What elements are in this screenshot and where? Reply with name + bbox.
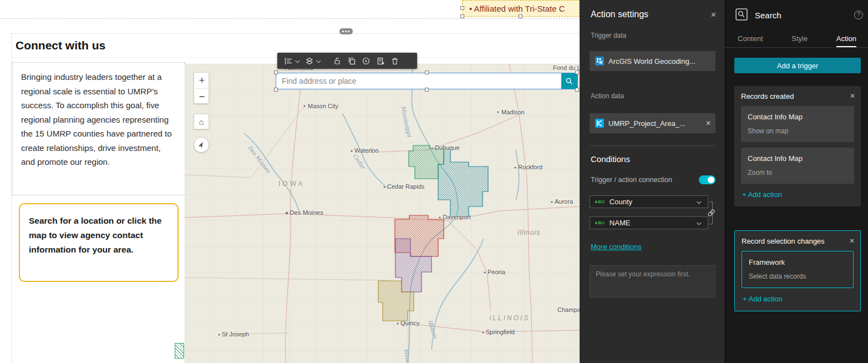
- home-icon: ⌂: [199, 117, 204, 127]
- state-label: ILLINOIS: [489, 314, 530, 322]
- add-action-link[interactable]: + Add action: [742, 190, 861, 206]
- experience-builder-window: • Affiliated with Tri-State C Connect wi…: [0, 0, 868, 363]
- search-icon: [565, 77, 573, 85]
- map-widget[interactable]: IOWA ILLINOIS Illinois Albert Lea Fond d…: [185, 64, 580, 363]
- selection-handle[interactable]: [425, 88, 429, 92]
- state-river-label: Illinois: [517, 229, 540, 236]
- settings-tabs: Content Style Action: [725, 31, 868, 48]
- search-input[interactable]: [276, 73, 561, 89]
- city-label: Springfield: [486, 329, 515, 335]
- action-data-item[interactable]: UMRP_Project_Area_... ✕: [590, 113, 715, 133]
- map-search-widget[interactable]: [276, 73, 578, 89]
- tab-style[interactable]: Style: [791, 31, 808, 47]
- trigger-data-item[interactable]: ArcGIS World Geocoding...: [590, 51, 715, 71]
- expression-box[interactable]: Please set your expression first.: [590, 265, 715, 298]
- panel-title: Action settings: [591, 9, 648, 19]
- card-title: Record selection changes: [742, 237, 849, 245]
- string-field-icon: ABC: [595, 220, 605, 225]
- widget-toolbar: [277, 53, 417, 69]
- selection-handle[interactable]: [519, 14, 522, 18]
- action-type: Select data records: [749, 273, 846, 280]
- page-button[interactable]: [374, 54, 387, 68]
- arrange-icon: [305, 57, 314, 65]
- zoom-out-button[interactable]: −: [194, 89, 210, 104]
- county-feature-teal[interactable]: [438, 149, 488, 216]
- action-target: Contact Info Map: [748, 113, 847, 121]
- widget-boundary-line: [0, 18, 580, 19]
- intro-paragraph: Bringing industry leaders together at a …: [21, 70, 176, 169]
- city-label: Quincy: [400, 320, 419, 326]
- city-label: Waterloo: [354, 147, 379, 154]
- search-widget-icon: [735, 8, 748, 21]
- city-label: Peoria: [488, 269, 505, 275]
- trigger-data-label: Trigger data: [591, 32, 626, 39]
- help-icon[interactable]: ?: [854, 11, 863, 19]
- compass-icon: [196, 140, 207, 150]
- add-trigger-button[interactable]: Add a trigger: [734, 58, 861, 73]
- chevron-down-icon[interactable]: [295, 58, 300, 63]
- close-icon[interactable]: ✕: [849, 237, 855, 245]
- selection-handle[interactable]: [575, 70, 579, 74]
- callout-box-widget[interactable]: Search for a location or click the map t…: [19, 203, 179, 282]
- city-label: Champa: [557, 306, 580, 313]
- action-settings-panel: Action settings ✕ Trigger data ArcGIS Wo…: [580, 0, 725, 363]
- lock-button[interactable]: [331, 54, 344, 68]
- drag-handle-icon[interactable]: [339, 28, 353, 34]
- trigger-data-name: ArcGIS World Geocoding...: [608, 57, 711, 65]
- selection-handle[interactable]: [274, 70, 278, 74]
- selection-handle[interactable]: [274, 88, 278, 92]
- tab-content[interactable]: Content: [738, 31, 763, 47]
- arrange-button[interactable]: [303, 54, 316, 68]
- page-title[interactable]: Connect with us: [16, 39, 105, 52]
- hatched-placeholder-widget[interactable]: [175, 343, 184, 359]
- align-icon: [284, 57, 293, 65]
- intro-text-widget[interactable]: Bringing industry leaders together at a …: [12, 62, 185, 195]
- state-button[interactable]: [359, 54, 373, 68]
- add-action-link[interactable]: + Add action: [743, 295, 860, 311]
- trash-icon: [390, 57, 399, 65]
- selection-handle[interactable]: [460, 6, 464, 10]
- action-type: Show on map: [748, 127, 847, 135]
- city-label: Mason City: [308, 103, 338, 109]
- connection-toggle[interactable]: [699, 175, 715, 184]
- zoom-in-button[interactable]: +: [194, 73, 210, 88]
- page-icon: [376, 57, 385, 65]
- action-field-value: NAME: [610, 219, 698, 227]
- records-created-card: Records created ✕ Contact Info Map Show …: [734, 86, 861, 206]
- compass-button[interactable]: [194, 137, 209, 153]
- home-button[interactable]: ⌂: [194, 114, 209, 129]
- search-button[interactable]: [561, 73, 577, 89]
- search-widget-panel: Search ? Content Style Action Add a trig…: [725, 0, 868, 363]
- record-icon: [362, 57, 370, 65]
- link-icon[interactable]: [707, 209, 715, 217]
- selection-handle[interactable]: [425, 70, 429, 74]
- callout-text: Search for a location or click the map t…: [29, 214, 169, 257]
- builder-canvas[interactable]: • Affiliated with Tri-State C Connect wi…: [0, 0, 580, 363]
- action-item[interactable]: Contact Info Map Show on map: [741, 106, 854, 142]
- conditions-title: Conditions: [591, 154, 630, 164]
- selection-handle[interactable]: [460, 14, 464, 18]
- close-icon[interactable]: ✕: [710, 11, 717, 19]
- more-conditions-link[interactable]: More conditions: [591, 243, 642, 251]
- chevron-down-icon[interactable]: [316, 58, 321, 63]
- action-data-label: Action data: [591, 92, 624, 100]
- trigger-field-dropdown[interactable]: ABC County: [590, 195, 708, 208]
- action-item-selected[interactable]: Framework Select data records: [742, 251, 854, 288]
- tab-action[interactable]: Action: [836, 31, 856, 47]
- delete-button[interactable]: [388, 54, 402, 68]
- remove-data-icon[interactable]: ✕: [705, 119, 711, 127]
- connection-label: Trigger / action connection: [591, 176, 672, 184]
- action-data-name: UMRP_Project_Area_...: [608, 119, 702, 128]
- duplicate-icon: [347, 57, 356, 65]
- action-item[interactable]: Contact Info Map Zoom to: [741, 148, 854, 184]
- duplicate-button[interactable]: [345, 54, 358, 68]
- city-label: Cedar Rapids: [387, 183, 424, 190]
- selection-handle[interactable]: [575, 88, 579, 92]
- utility-icon: [595, 57, 604, 65]
- layer-icon: [595, 119, 604, 128]
- align-button[interactable]: [282, 54, 295, 68]
- close-icon[interactable]: ✕: [850, 92, 855, 100]
- state-label: IOWA: [278, 180, 305, 188]
- divider: [590, 145, 715, 146]
- action-field-dropdown[interactable]: ABC NAME: [590, 216, 708, 229]
